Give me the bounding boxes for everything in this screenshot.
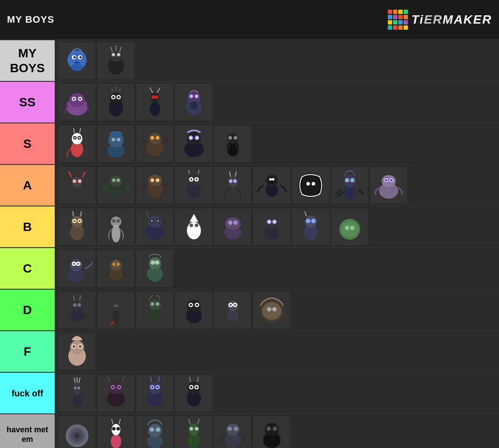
tier-items-a [55,165,499,206]
list-item [97,250,134,287]
tier-row-a: A [0,164,499,206]
svg-point-28 [155,95,158,99]
tier-label-fuckoff: fuck off [0,373,55,413]
svg-point-17 [73,98,75,100]
tier-row-my-boys: MY BOYS [0,39,499,81]
list-item [97,291,134,329]
svg-point-216 [116,427,120,430]
svg-point-127 [268,221,270,223]
svg-point-147 [117,263,119,266]
svg-point-232 [273,427,277,431]
svg-point-45 [149,133,161,144]
svg-point-18 [79,98,81,100]
svg-point-5 [79,56,81,58]
svg-point-31 [190,94,193,98]
list-item [58,208,95,245]
svg-point-159 [116,304,119,307]
tier-label-havent: havent met em [0,414,55,448]
list-item [253,167,290,204]
list-item [136,84,173,121]
tier-row-fuckoff: fuck off [0,372,499,413]
tier-label-a: A [0,165,55,206]
list-item [58,291,95,329]
tier-label-s: S [0,123,55,164]
list-item [175,84,212,121]
tier-label-f: F [0,331,55,372]
list-item [175,208,212,245]
svg-point-75 [190,178,192,180]
logo-grid-icon [388,10,408,30]
svg-point-231 [267,427,271,431]
list-item [58,42,95,79]
svg-point-149 [149,257,161,270]
svg-point-128 [274,221,275,223]
svg-point-154 [73,303,77,307]
list-item [136,167,173,204]
svg-point-114 [151,220,153,222]
list-item [175,291,212,329]
svg-point-12 [118,54,119,56]
svg-point-174 [230,304,232,306]
svg-point-87 [301,176,320,195]
svg-point-146 [112,263,115,266]
svg-point-175 [234,304,236,306]
svg-point-150 [151,260,155,265]
svg-point-64 [112,178,116,182]
tier-label-d: D [0,290,55,330]
logo-text: TiERMAKER [411,13,492,27]
svg-point-131 [306,219,310,223]
svg-point-179 [272,307,277,312]
svg-point-206 [190,386,192,388]
svg-point-65 [116,178,120,182]
list-item [58,250,95,287]
list-item [136,291,173,329]
tier-items-havent [55,414,499,448]
svg-point-184 [73,345,75,347]
list-item [175,416,212,448]
svg-point-185 [79,345,81,347]
svg-point-32 [195,94,198,98]
list-item [58,84,95,121]
tier-items-fuckoff [55,373,499,413]
svg-point-207 [195,386,197,388]
svg-rect-33 [190,102,197,109]
svg-point-142 [77,263,79,265]
tier-row-c: C [0,247,499,289]
svg-point-93 [350,178,355,182]
list-item [136,125,173,162]
svg-point-63 [110,175,122,187]
svg-point-25 [150,102,160,116]
tier-row-b: B [0,206,499,247]
svg-point-227 [228,427,232,431]
tier-items-s [55,123,499,164]
svg-point-43 [117,138,120,141]
svg-point-115 [157,220,159,222]
header: MY BOYS TiERM [0,0,499,39]
svg-point-99 [390,179,392,181]
list-item [175,167,212,204]
svg-point-70 [156,178,159,182]
svg-point-1 [71,64,83,71]
tier-list: MY BOYS [0,39,499,448]
list-item [97,374,134,412]
svg-point-6 [74,61,80,64]
svg-point-104 [74,220,75,222]
svg-point-88 [306,182,310,186]
tier-row-havent: havent met em [0,413,499,448]
list-item [253,291,290,329]
list-item [136,250,173,287]
svg-point-161 [149,300,161,310]
svg-point-108 [112,219,116,223]
svg-point-57 [234,136,237,140]
list-item [253,208,290,245]
svg-point-213 [111,434,121,448]
list-item [136,374,173,412]
svg-point-135 [345,226,349,230]
svg-point-46 [151,136,154,140]
svg-point-14 [69,93,85,107]
list-item [136,416,173,448]
list-item [97,208,134,245]
svg-point-228 [234,427,238,431]
tier-items-d [55,290,499,330]
svg-point-92 [345,178,349,182]
